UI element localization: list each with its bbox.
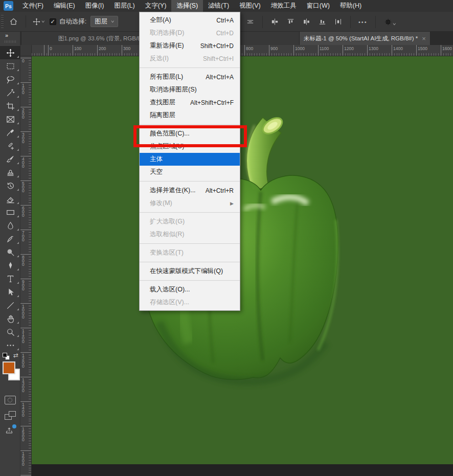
chevron-down-icon: ˅ xyxy=(393,22,396,27)
tool-lasso-tool[interactable] xyxy=(0,73,20,86)
tool-type-tool[interactable] xyxy=(0,272,20,285)
menu-bar: Ps 文件(F)编辑(E)图像(I)图层(L)文字(Y)选择(S)滤镜(T)视图… xyxy=(0,0,453,12)
menu-layer[interactable]: 图层(L) xyxy=(109,0,140,12)
menu-edit[interactable]: 编辑(E) xyxy=(49,0,80,12)
horizontal-ruler: 0100200300400500600700800900100011001200… xyxy=(32,45,453,56)
home-icon[interactable] xyxy=(4,17,21,27)
align-icon-distribute-vertical-icon[interactable] xyxy=(330,17,346,26)
menu-item[interactable]: 取消选择图层(S) ▶ xyxy=(140,83,240,96)
menu-item[interactable]: 选择并遮住(K)... Alt+Ctrl+R ▶ xyxy=(140,184,240,197)
menu-item[interactable]: 全部(A) Ctrl+A ▶ xyxy=(140,14,240,27)
tool-edit-toolbar[interactable] xyxy=(0,338,20,352)
ruler-label: 1100 xyxy=(320,46,329,51)
tool-pen-tool[interactable] xyxy=(0,259,20,272)
tool-preset-move[interactable]: ˅ xyxy=(32,17,44,26)
menu-item[interactable]: 天空 ▶ xyxy=(140,166,240,178)
menu-item[interactable]: ▶ xyxy=(140,67,240,68)
tool-eyedropper-tool[interactable] xyxy=(0,126,20,139)
menu-item[interactable]: ▶ xyxy=(140,280,240,281)
auto-select-target-dropdown[interactable]: 图层 ˅ xyxy=(90,16,118,27)
menu-filter[interactable]: 滤镜(T) xyxy=(203,0,234,12)
menu-item[interactable]: 隔离图层 ▶ xyxy=(140,109,240,122)
tool-history-brush-tool[interactable] xyxy=(0,179,20,192)
menu-item[interactable]: 选取相似(R) ▶ xyxy=(140,228,240,241)
menu-item[interactable]: 重新选择(E) Shift+Ctrl+D ▶ xyxy=(140,39,240,52)
workspace-gear-icon[interactable]: ˅ xyxy=(380,17,399,27)
tool-move-tool[interactable] xyxy=(0,46,20,59)
menu-item[interactable]: 主体 ▶ xyxy=(140,153,240,166)
tool-object-selection-tool[interactable] xyxy=(0,86,20,99)
menu-type[interactable]: 文字(Y) xyxy=(140,0,172,12)
expand-toolbar-icon[interactable]: » xyxy=(0,32,20,38)
menu-item[interactable]: 取消选择(D) Ctrl+D ▶ xyxy=(140,27,240,39)
menu-item[interactable]: ▶ xyxy=(140,124,240,125)
menu-image[interactable]: 图像(I) xyxy=(80,0,109,12)
ruler-label: 1400 xyxy=(22,403,26,417)
align-icon-distribute-horizontal-icon[interactable] xyxy=(299,17,314,26)
align-icon-align-center-icon[interactable] xyxy=(267,17,283,26)
tool-zoom-tool[interactable] xyxy=(0,325,20,338)
menu-item[interactable]: 变换选区(T) ▶ xyxy=(140,246,240,259)
ruler-label: 900 xyxy=(22,280,26,291)
menu-item[interactable]: ▶ xyxy=(140,243,240,244)
menu-item[interactable]: ▶ xyxy=(140,212,240,213)
document-tab-doc3[interactable]: 未标题-1 @ 50% (StartAI AI生成, RGB/8#) * × xyxy=(300,32,431,45)
pepper-image xyxy=(32,56,453,464)
close-tab-icon[interactable]: × xyxy=(422,35,426,42)
tool-spot-healing-brush-tool[interactable] xyxy=(0,139,20,152)
tool-dodge-tool[interactable] xyxy=(0,245,20,259)
more-options-icon[interactable]: ••• xyxy=(355,19,371,25)
tool-gradient-tool[interactable] xyxy=(0,206,20,219)
menu-item[interactable]: 存储选区(V)... ▶ xyxy=(140,296,240,309)
document-canvas[interactable] xyxy=(32,56,453,464)
menu-item[interactable]: 查找图层 Alt+Shift+Ctrl+F ▶ xyxy=(140,96,240,109)
menu-select[interactable]: 选择(S) xyxy=(171,0,203,12)
menu-plugins[interactable]: 增效工具 xyxy=(266,0,302,12)
menu-item[interactable]: 扩大选取(G) ▶ xyxy=(140,215,240,228)
align-left-edges-icon[interactable] xyxy=(242,17,258,26)
tool-path-selection-tool[interactable] xyxy=(0,285,20,299)
menu-item[interactable]: 在快速蒙版模式下编辑(Q) ▶ xyxy=(140,265,240,278)
tool-rectangular-marquee-tool[interactable] xyxy=(0,59,20,73)
menu-item[interactable]: ▶ xyxy=(140,181,240,182)
share-image-button[interactable] xyxy=(5,426,16,436)
tool-eraser-tool[interactable] xyxy=(0,192,20,206)
tool-brush-tool[interactable] xyxy=(0,152,20,166)
tool-blur-tool[interactable] xyxy=(0,219,20,232)
menu-window[interactable]: 窗口(W) xyxy=(302,0,335,12)
foreground-color-swatch[interactable] xyxy=(3,361,15,374)
swap-colors-icon[interactable]: ⇄ xyxy=(13,352,18,359)
tool-smudge-tool[interactable] xyxy=(0,232,20,245)
tool-clone-stamp-tool[interactable] xyxy=(0,166,20,179)
tool-frame-tool[interactable] xyxy=(0,112,20,126)
ruler-label: 1300 xyxy=(369,46,378,51)
menu-item[interactable]: 反选(I) Shift+Ctrl+I ▶ xyxy=(140,52,240,65)
tool-crop-tool[interactable] xyxy=(0,99,20,112)
menu-item[interactable]: 载入选区(O)... ▶ xyxy=(140,283,240,296)
menu-item[interactable]: 修改(M) ▶ xyxy=(140,197,240,210)
ruler-label: 1600 xyxy=(442,46,452,51)
ruler-label: 1200 xyxy=(344,46,354,51)
menu-help[interactable]: 帮助(H) xyxy=(335,0,367,12)
menu-item[interactable]: 焦点区域(U) ▶ xyxy=(140,140,240,153)
quick-mask-mode-button[interactable] xyxy=(5,396,16,404)
auto-select-checkbox[interactable]: ✓ xyxy=(50,18,56,25)
align-icon-align-bottom-icon[interactable] xyxy=(314,17,330,26)
ruler-label: 300 xyxy=(22,133,26,144)
align-icon-align-top-icon[interactable] xyxy=(283,17,299,26)
select-menu-dropdown: 全部(A) Ctrl+A ▶ 取消选择(D) Ctrl+D ▶ 重新选择(E) … xyxy=(139,12,240,311)
tool-bar: » ⇄ xyxy=(0,32,20,476)
ruler-label: 0 xyxy=(50,46,52,51)
tool-line-tool[interactable] xyxy=(0,299,20,312)
screen-mode-button[interactable] xyxy=(5,411,16,420)
menu-item[interactable]: 颜色范围(C)... ▶ xyxy=(140,127,240,140)
ruler-label: 1500 xyxy=(418,46,427,51)
options-align-group: ••• ˅ xyxy=(242,12,399,32)
ruler-label: 1400 xyxy=(393,46,403,51)
tool-hand-tool[interactable] xyxy=(0,312,20,325)
menu-view[interactable]: 视图(V) xyxy=(234,0,266,12)
menu-item[interactable]: 所有图层(L) Alt+Ctrl+A ▶ xyxy=(140,71,240,83)
default-colors-icon[interactable] xyxy=(3,353,10,360)
menu-item[interactable]: ▶ xyxy=(140,262,240,262)
menu-file[interactable]: 文件(F) xyxy=(17,0,49,12)
